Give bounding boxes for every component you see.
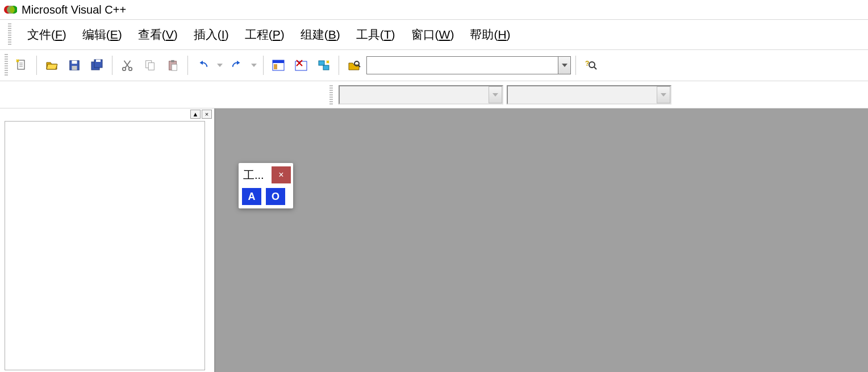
workspace-pane-collapse-button[interactable]: ▲ bbox=[190, 110, 201, 119]
floating-toolbar-header[interactable]: 工... × bbox=[241, 165, 291, 185]
floating-toolbar-close-button[interactable]: × bbox=[272, 166, 291, 183]
cut-button[interactable] bbox=[117, 55, 137, 76]
paste-button[interactable] bbox=[162, 55, 183, 76]
active-platform-combo[interactable] bbox=[507, 85, 671, 105]
svg-rect-22 bbox=[273, 60, 284, 63]
workspace-pane-header: ▲ × bbox=[0, 108, 214, 120]
new-text-file-button[interactable] bbox=[11, 55, 32, 76]
menu-build[interactable]: 组建(B) bbox=[298, 26, 343, 44]
menu-insert[interactable]: 插入(I) bbox=[191, 26, 231, 44]
find-combo-arrow[interactable] bbox=[558, 57, 570, 74]
window-list-button[interactable] bbox=[314, 55, 334, 76]
find-in-files-button[interactable] bbox=[344, 55, 364, 76]
menu-project[interactable]: 工程(P) bbox=[243, 26, 287, 44]
toolbar-separator bbox=[187, 56, 188, 75]
svg-point-3 bbox=[7, 6, 15, 14]
menu-help[interactable]: 帮助(H) bbox=[468, 26, 512, 44]
standard-toolbar: ? bbox=[0, 50, 868, 81]
workspace-window-button[interactable] bbox=[268, 55, 289, 76]
floating-toolbar-button-a[interactable]: A bbox=[242, 188, 261, 205]
active-config-arrow[interactable] bbox=[489, 86, 502, 103]
workspace: ▲ × 工... × A O bbox=[0, 108, 868, 372]
menu-edit[interactable]: 编辑(E) bbox=[80, 26, 124, 44]
toolbar-separator bbox=[575, 56, 576, 75]
svg-rect-9 bbox=[72, 61, 77, 64]
undo-dropdown[interactable] bbox=[215, 55, 224, 76]
open-button[interactable] bbox=[41, 55, 62, 76]
workspace-pane: ▲ × bbox=[0, 108, 216, 372]
redo-dropdown[interactable] bbox=[249, 55, 258, 76]
svg-text:?: ? bbox=[585, 60, 589, 68]
title-bar: Microsoft Visual C++ bbox=[0, 0, 868, 19]
svg-rect-25 bbox=[319, 61, 324, 65]
toolbar-separator bbox=[112, 56, 112, 75]
floating-toolbar[interactable]: 工... × A O bbox=[239, 163, 293, 208]
save-all-button[interactable] bbox=[87, 55, 107, 76]
mdi-client-area: 工... × A O bbox=[216, 108, 868, 372]
copy-button[interactable] bbox=[140, 55, 160, 76]
menu-window[interactable]: 窗口(W) bbox=[409, 26, 457, 44]
svg-rect-19 bbox=[171, 60, 174, 62]
svg-point-30 bbox=[589, 62, 595, 68]
svg-rect-13 bbox=[96, 60, 101, 62]
toolbar-separator bbox=[339, 56, 339, 75]
workspace-tree[interactable] bbox=[5, 121, 205, 370]
save-button[interactable] bbox=[64, 55, 85, 76]
svg-rect-26 bbox=[323, 65, 329, 70]
toolbar-separator bbox=[263, 56, 264, 75]
app-title: Microsoft Visual C++ bbox=[22, 3, 126, 16]
svg-point-14 bbox=[123, 68, 126, 71]
floating-toolbar-title: 工... bbox=[241, 168, 272, 183]
find-combo[interactable] bbox=[366, 56, 571, 74]
undo-button[interactable] bbox=[193, 55, 213, 76]
toolbar-separator bbox=[36, 56, 37, 75]
menu-tools[interactable]: 工具(T) bbox=[354, 26, 398, 44]
app-icon bbox=[3, 4, 17, 15]
svg-point-15 bbox=[129, 68, 132, 71]
menu-view[interactable]: 查看(V) bbox=[136, 26, 180, 44]
svg-rect-23 bbox=[274, 64, 277, 69]
svg-rect-17 bbox=[148, 62, 154, 70]
output-window-button[interactable] bbox=[291, 55, 311, 76]
active-config-combo[interactable] bbox=[339, 85, 503, 105]
active-platform-arrow[interactable] bbox=[657, 86, 670, 103]
workspace-pane-close-button[interactable]: × bbox=[202, 110, 212, 119]
menu-grip[interactable] bbox=[8, 23, 11, 46]
floating-toolbar-button-o[interactable]: O bbox=[266, 188, 285, 205]
svg-line-31 bbox=[594, 67, 596, 69]
toolbar-grip[interactable] bbox=[5, 54, 8, 77]
redo-button[interactable] bbox=[227, 55, 247, 76]
build-toolbar bbox=[0, 81, 868, 108]
search-button[interactable]: ? bbox=[581, 55, 601, 76]
menu-bar: 文件(F) 编辑(E) 查看(V) 插入(I) 工程(P) 组建(B) 工具(T… bbox=[0, 19, 868, 50]
svg-rect-20 bbox=[172, 64, 177, 70]
build-toolbar-grip[interactable] bbox=[329, 85, 333, 105]
menu-file[interactable]: 文件(F) bbox=[25, 26, 69, 44]
svg-rect-10 bbox=[72, 66, 77, 70]
